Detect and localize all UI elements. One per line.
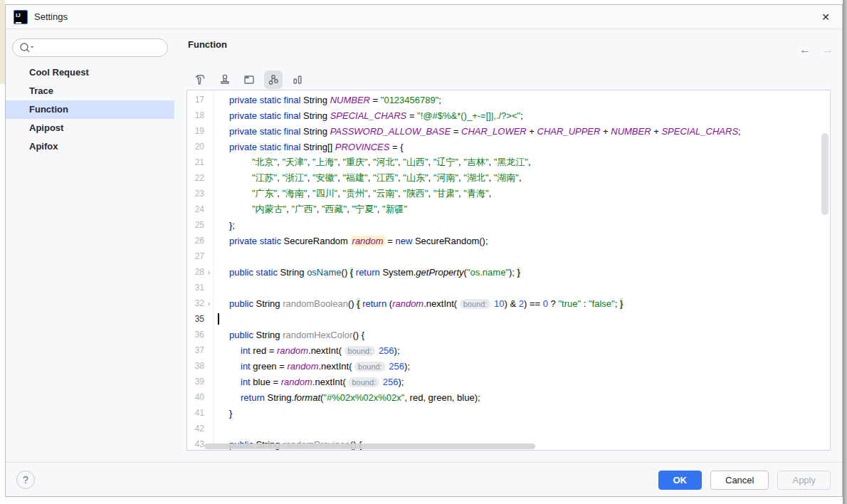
statistics-icon[interactable] xyxy=(288,70,307,89)
line-number: 39 xyxy=(187,377,204,387)
line-number: 38 xyxy=(187,361,204,371)
fold-chevron-icon[interactable]: › xyxy=(204,299,214,308)
line-number: 26 xyxy=(187,236,204,246)
horizontal-scrollbar[interactable] xyxy=(204,443,535,449)
code-text: private static final String SPECIAL_CHAR… xyxy=(214,110,523,121)
code-line: 32›public String randomBoolean() { retur… xyxy=(187,295,830,311)
build-hammer-icon[interactable] xyxy=(191,70,210,89)
line-number: 32 xyxy=(187,298,204,308)
vertical-scrollbar[interactable] xyxy=(821,133,828,215)
line-number: 17 xyxy=(187,95,204,105)
history-forward-icon[interactable]: → xyxy=(822,43,833,56)
code-line: 42 xyxy=(187,421,830,436)
settings-dialog: IJ Settings ✕ Cool RequestTraceFunctionA… xyxy=(5,4,843,497)
code-line: 22"江苏", "浙江", "安徽", "福建", "江西", "山东", "河… xyxy=(187,170,830,186)
line-number: 41 xyxy=(187,408,204,418)
text-caret xyxy=(218,313,219,325)
ok-button[interactable]: OK xyxy=(658,471,703,490)
code-line: 23"广东", "海南", "四川", "贵州", "云南", "陕西", "甘… xyxy=(187,186,830,201)
apply-button[interactable]: Apply xyxy=(777,471,831,490)
code-text: "内蒙古", "广西", "西藏", "宁夏", "新疆" xyxy=(214,203,407,216)
window-title: Settings xyxy=(34,11,68,22)
line-number: 35 xyxy=(187,314,204,324)
code-text: int blue = random.nextInt( bound: 256); xyxy=(214,377,404,387)
code-text: int green = random.nextInt( bound: 256); xyxy=(214,361,410,372)
settings-sidebar: Cool RequestTraceFunctionApipostApifox xyxy=(6,29,174,463)
line-number: 36 xyxy=(187,330,204,340)
code-line: 36public String randomHexColor() { xyxy=(187,327,830,342)
code-text: private static final String NUMBER = "01… xyxy=(214,95,441,105)
line-number: 42 xyxy=(187,424,204,434)
code-text: "广东", "海南", "四川", "贵州", "云南", "陕西", "甘肃"… xyxy=(214,187,491,200)
code-line: 28›public static String osName() { retur… xyxy=(187,264,830,280)
page-title: Function xyxy=(188,39,227,50)
sidebar-item-trace[interactable]: Trace xyxy=(6,82,174,100)
line-number: 40 xyxy=(187,392,204,402)
code-line: 24"内蒙古", "广西", "西藏", "宁夏", "新疆" xyxy=(187,201,830,217)
line-number: 43 xyxy=(187,439,204,449)
code-line: 39int blue = random.nextInt( bound: 256)… xyxy=(187,374,830,389)
line-number: 21 xyxy=(187,157,204,167)
code-line: 17private static final String NUMBER = "… xyxy=(187,92,830,107)
settings-nav-list: Cool RequestTraceFunctionApipostApifox xyxy=(6,63,174,156)
code-line: 41} xyxy=(187,405,830,421)
cancel-button[interactable]: Cancel xyxy=(710,471,769,490)
line-number: 22 xyxy=(187,173,204,183)
code-line: 31 xyxy=(187,280,830,295)
function-toolbar xyxy=(191,70,307,89)
code-text xyxy=(214,313,219,325)
code-text: "江苏", "浙江", "安徽", "福建", "江西", "山东", "河南"… xyxy=(214,172,522,184)
title-bar: IJ Settings ✕ xyxy=(6,5,842,29)
code-line: 26private static SecureRandom random = n… xyxy=(187,233,830,248)
settings-search-box[interactable] xyxy=(12,38,168,57)
dialog-footer: ? OK Cancel Apply xyxy=(6,462,842,496)
help-icon[interactable]: ? xyxy=(16,471,35,489)
code-text: }; xyxy=(214,220,235,231)
settings-content: Function ← → xyxy=(174,29,843,463)
code-text: private static final String[] PROVINCES … xyxy=(214,142,404,152)
code-text: "北京", "天津", "上海", "重庆", "河北", "山西", "辽宁"… xyxy=(214,156,531,169)
history-back-icon[interactable]: ← xyxy=(799,43,811,56)
code-line: 40return String.format("#%02x%02x%02x", … xyxy=(187,389,830,405)
code-line: 20private static final String[] PROVINCE… xyxy=(187,139,830,154)
code-editor[interactable]: 17private static final String NUMBER = "… xyxy=(186,90,831,451)
code-text: int red = random.nextInt( bound: 256); xyxy=(214,345,400,356)
code-line: 35 xyxy=(187,311,830,327)
line-number: 19 xyxy=(187,126,204,136)
code-text: return String.format("#%02x%02x%02x", re… xyxy=(214,392,480,403)
footer-buttons: OK Cancel Apply xyxy=(658,471,831,490)
code-text: } xyxy=(214,408,232,419)
desktop-background-left xyxy=(0,0,5,84)
line-number: 20 xyxy=(187,142,204,152)
code-text: public String randomHexColor() { xyxy=(214,330,364,340)
code-line: 19private static final String PASSWORD_A… xyxy=(187,123,830,139)
code-line: 37int red = random.nextInt( bound: 256); xyxy=(187,342,830,358)
search-input[interactable] xyxy=(37,41,164,55)
line-number: 31 xyxy=(187,283,204,293)
function-nodes-icon[interactable] xyxy=(264,70,283,89)
line-number: 23 xyxy=(187,189,204,199)
sidebar-item-apifox[interactable]: Apifox xyxy=(6,137,174,156)
code-text: public String randomBoolean() { return (… xyxy=(214,298,623,309)
sidebar-item-cool-request[interactable]: Cool Request xyxy=(6,63,174,82)
line-number: 37 xyxy=(187,345,204,355)
line-number: 24 xyxy=(187,204,204,214)
intellij-logo-icon: IJ xyxy=(14,10,28,24)
code-lines: 17private static final String NUMBER = "… xyxy=(187,92,830,451)
code-text: public static String osName() { return S… xyxy=(214,267,520,278)
line-number: 25 xyxy=(187,220,204,230)
line-number: 28 xyxy=(187,267,204,277)
fold-chevron-icon[interactable]: › xyxy=(204,268,214,276)
sidebar-item-apipost[interactable]: Apipost xyxy=(6,119,174,137)
code-line: 38int green = random.nextInt( bound: 256… xyxy=(187,358,830,374)
code-line: 27 xyxy=(187,248,830,264)
line-number: 27 xyxy=(187,251,204,261)
sidebar-item-function[interactable]: Function xyxy=(6,100,174,119)
search-icon xyxy=(19,42,36,53)
close-icon[interactable]: ✕ xyxy=(819,11,832,23)
window-frame-icon[interactable] xyxy=(240,70,258,89)
stamp-icon[interactable] xyxy=(216,70,234,89)
code-line: 25}; xyxy=(187,217,830,233)
code-line: 18private static final String SPECIAL_CH… xyxy=(187,107,830,123)
code-text: private static SecureRandom random = new… xyxy=(214,236,488,246)
